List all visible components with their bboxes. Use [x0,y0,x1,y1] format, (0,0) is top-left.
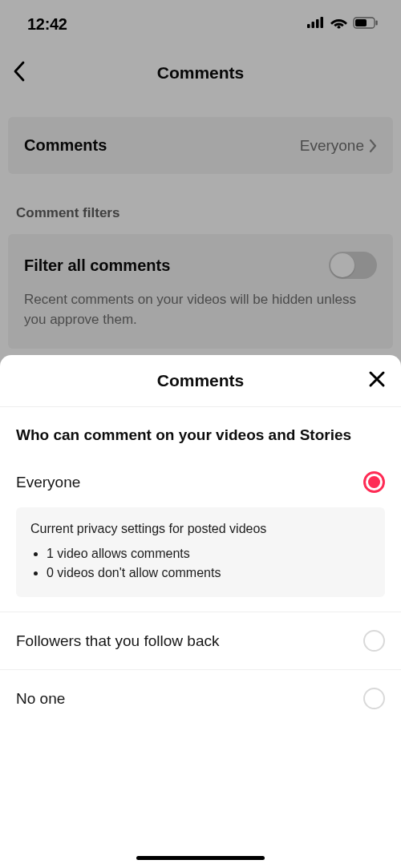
info-line: 1 video allows comments [47,544,371,563]
sheet-title: Comments [157,371,245,390]
option-followers-back[interactable]: Followers that you follow back [0,612,401,670]
option-label: No one [16,690,65,708]
close-button[interactable] [367,369,387,392]
option-everyone[interactable]: Everyone [0,454,401,501]
radio-unselected-icon [363,688,385,709]
info-title: Current privacy settings for posted vide… [30,522,371,536]
sheet-header: Comments [0,355,401,407]
info-line: 0 videos don't allow comments [47,563,371,583]
privacy-info-box: Current privacy settings for posted vide… [16,507,385,597]
option-label: Everyone [16,474,80,491]
radio-selected-icon [363,471,385,493]
comments-options-sheet: Comments Who can comment on your videos … [0,355,401,868]
close-icon [367,369,387,389]
radio-unselected-icon [363,630,385,652]
option-label: Followers that you follow back [16,632,219,650]
home-indicator[interactable] [136,856,265,860]
sheet-question: Who can comment on your videos and Stori… [0,407,401,454]
option-no-one[interactable]: No one [0,670,401,727]
